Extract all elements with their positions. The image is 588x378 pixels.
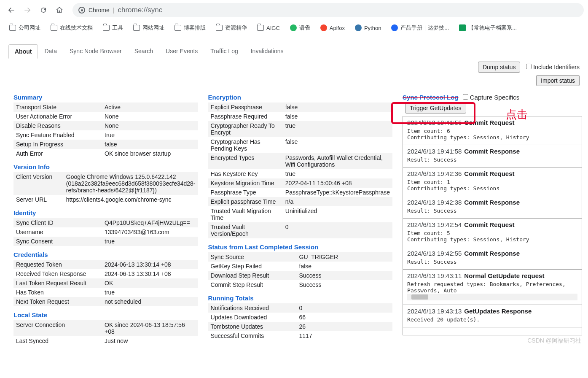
log-entry[interactable]: 2024/6/13 19:43:13GetUpdates ResponseRec… xyxy=(403,305,582,327)
kv-value: false xyxy=(283,137,392,153)
about-col-left: SummaryTransport StateActiveUser Actiona… xyxy=(13,89,198,346)
kv-key: GetKey Step Failed xyxy=(208,262,297,271)
kv-key: Requested Token xyxy=(13,260,102,269)
kv-key: Passphrase Type xyxy=(208,188,283,197)
back-button[interactable] xyxy=(4,3,19,17)
table-row: Cryptographer Ready To Encrypttrue xyxy=(208,121,393,137)
folder-icon xyxy=(51,24,57,31)
trigger-getupdates-button[interactable]: Trigger GetUpdates xyxy=(405,103,466,113)
kv-value: false xyxy=(102,140,198,149)
table-row: Transport StateActive xyxy=(13,103,198,112)
tab-sync-node-browser[interactable]: Sync Node Browser xyxy=(63,44,128,58)
tab-invalidations[interactable]: Invalidations xyxy=(244,44,290,58)
tab-traffic-log[interactable]: Traffic Log xyxy=(204,44,244,58)
kv-key: Passphrase Required xyxy=(208,112,283,121)
kv-key: Last Token Request Result xyxy=(13,278,102,288)
table-row: Commit Step ResultSuccess xyxy=(208,280,393,289)
kv-table: Client VersionGoogle Chrome Windows 125.… xyxy=(13,172,198,204)
bookmark-item[interactable]: AIGC xyxy=(255,23,282,33)
kv-table: Explicit PassphrasefalsePassphrase Requi… xyxy=(208,103,393,238)
kv-value: Success xyxy=(297,280,393,289)
table-row: Auth ErrorOK since browser startup xyxy=(13,149,198,158)
log-body: Result: Success xyxy=(407,259,577,265)
bookmark-label: 【常德电子档案系... xyxy=(468,24,517,32)
log-entry[interactable]: 2024/6/13 19:42:36Commit RequestItem cou… xyxy=(403,167,582,196)
kv-value: GU_TRIGGER xyxy=(297,252,393,262)
log-entry[interactable]: 2024/6/13 19:42:54Commit RequestItem cou… xyxy=(403,219,582,247)
bookmark-item[interactable]: Apifox xyxy=(318,23,347,33)
tab-search[interactable]: Search xyxy=(128,44,159,58)
log-entry[interactable]: 2024/6/13 19:41:56Commit RequestItem cou… xyxy=(403,116,582,145)
table-row: Last Token Request ResultOK xyxy=(13,278,198,288)
table-row: Username13394703493@163.com xyxy=(13,227,198,237)
log-entry[interactable]: 2024/6/13 19:43:11Normal GetUpdate reque… xyxy=(403,270,582,305)
bookmark-label: 资源精华 xyxy=(225,24,247,32)
bookmark-label: 语雀 xyxy=(299,24,310,32)
log-entry[interactable]: 2024/6/13 19:42:38Commit ResponseResult:… xyxy=(403,196,582,219)
kv-key: Sync Feature Enabled xyxy=(13,130,102,140)
bookmark-item[interactable]: 博客排版 xyxy=(172,22,208,33)
bookmark-item[interactable]: 【常德电子档案系... xyxy=(456,22,519,33)
capture-specifics-label[interactable]: Capture Specifics xyxy=(463,94,520,101)
kv-key: Tombstone Updates xyxy=(208,322,297,331)
include-identifiers-checkbox[interactable] xyxy=(526,64,532,69)
log-body: Received 20 update(s). xyxy=(407,316,577,323)
horizontal-scrollbar[interactable] xyxy=(407,294,577,300)
include-identifiers-label[interactable]: Include Identifiers xyxy=(526,64,580,70)
log-name: GetUpdates Response xyxy=(464,308,532,315)
kv-key: Sync Client ID xyxy=(13,218,102,227)
bookmark-item[interactable]: 在线技术文档 xyxy=(48,22,95,33)
bookmark-item[interactable]: 网站网址 xyxy=(131,22,167,33)
kv-value: Uninitialized xyxy=(283,206,392,222)
bookmark-item[interactable]: 工具 xyxy=(100,22,126,33)
tab-about[interactable]: About xyxy=(8,44,38,59)
table-row: GetKey Step Failedfalse xyxy=(208,262,393,271)
bookmark-item[interactable]: Python xyxy=(352,23,384,33)
kv-key: Download Step Result xyxy=(208,271,297,280)
bookmark-label: AIGC xyxy=(266,25,280,31)
section-title: Encryption xyxy=(208,94,393,101)
kv-value: not scheduled xyxy=(102,297,198,306)
kv-value: OK since 2024-06-13 18:57:56 +08 xyxy=(102,320,198,336)
bookmark-label: 产品手册｜达梦技... xyxy=(400,24,449,32)
kv-value: https://clients4.google.com/chrome-sync xyxy=(64,195,198,204)
dump-status-button[interactable]: Dump status xyxy=(478,62,521,73)
bookmark-item[interactable]: 公司网址 xyxy=(7,22,43,33)
bookmark-item[interactable]: 语雀 xyxy=(287,22,313,33)
log-entry[interactable]: 2024/6/13 19:42:55Commit ResponseResult:… xyxy=(403,247,582,270)
kv-key: Cryptographer Has Pending Keys xyxy=(208,137,283,153)
tab-data[interactable]: Data xyxy=(38,44,63,58)
bookmark-item[interactable]: 产品手册｜达梦技... xyxy=(389,22,451,33)
import-status-button[interactable]: Import status xyxy=(536,75,580,86)
reload-button[interactable] xyxy=(36,3,51,17)
yuque-icon xyxy=(290,24,297,31)
tab-user-events[interactable]: User Events xyxy=(159,44,204,58)
table-row: User Actionable ErrorNone xyxy=(13,112,198,121)
python-icon xyxy=(355,24,362,31)
kv-value: None xyxy=(102,112,198,121)
capture-specifics-checkbox[interactable] xyxy=(463,94,468,100)
log-entry[interactable]: 2024/6/13 19:41:58Commit ResponseResult:… xyxy=(403,145,582,167)
home-button[interactable] xyxy=(52,3,67,17)
kv-value: true xyxy=(102,130,198,140)
sync-tabs: AboutDataSync Node BrowserSearchUser Eve… xyxy=(8,44,588,58)
kv-value: 0 xyxy=(283,222,392,238)
bookmarks-bar: 公司网址在线技术文档工具网站网址博客排版资源精华AIGC语雀ApifoxPyth… xyxy=(0,20,588,35)
table-row: Trusted Vault Version/Epoch0 xyxy=(208,222,393,238)
kv-key: Updates Downloaded xyxy=(208,313,297,322)
kv-key: Disable Reasons xyxy=(13,121,102,130)
log-name: Commit Request xyxy=(464,170,514,177)
log-timestamp: 2024/6/13 19:42:54 xyxy=(407,221,462,228)
kv-key: Setup In Progress xyxy=(13,140,102,149)
table-row: Updates Downloaded66 xyxy=(208,313,393,322)
dm-icon xyxy=(391,24,398,31)
address-bar[interactable]: Chrome | chrome://sync xyxy=(72,3,584,17)
kv-key: Server Connection xyxy=(13,320,102,336)
kv-key: Sync Source xyxy=(208,252,297,262)
log-name: Normal GetUpdate request xyxy=(464,272,544,279)
forward-button[interactable] xyxy=(20,3,35,17)
bookmark-item[interactable]: 资源精华 xyxy=(213,22,250,33)
table-row: Server URLhttps://clients4.google.com/ch… xyxy=(13,195,198,204)
kv-value: Active xyxy=(102,103,198,112)
protocol-log-list[interactable]: 2024/6/13 19:41:56Commit RequestItem cou… xyxy=(403,116,582,335)
